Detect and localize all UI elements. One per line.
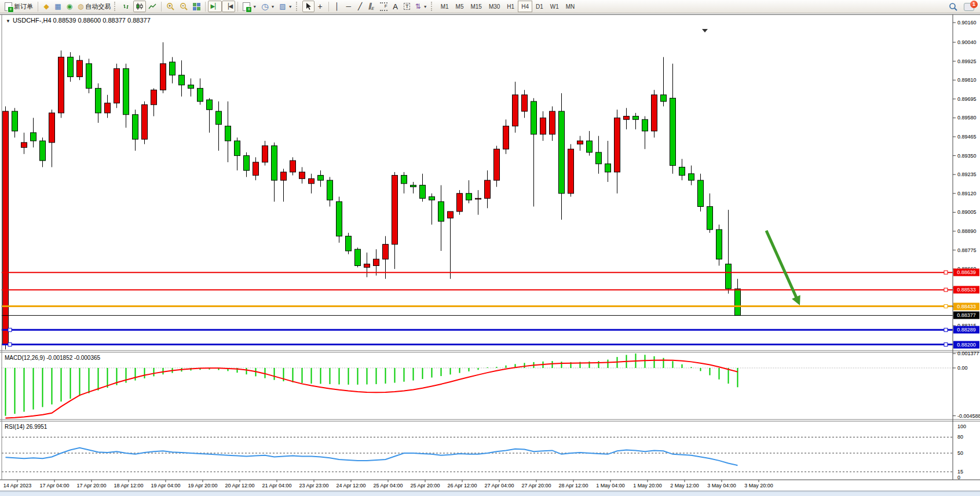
time-axis-label: 27 Apr 20:00 <box>521 483 551 488</box>
price-tick-label: 0.88775 <box>957 247 977 253</box>
candle-body-down <box>40 141 46 161</box>
candle-body-down <box>244 156 250 171</box>
periods-button[interactable]: ◷▼ <box>259 1 277 12</box>
clock-icon: ◷ <box>261 2 268 10</box>
timeframe-button-mn[interactable]: MN <box>562 1 579 12</box>
new-chart-button[interactable]: +▼ <box>240 1 259 12</box>
candle-body-up <box>652 95 657 131</box>
time-axis-label: 3 May 04:00 <box>707 483 736 488</box>
templates-button[interactable]: ▨▼ <box>277 1 294 12</box>
text-tool-button[interactable]: A <box>390 1 401 12</box>
candle-body-down <box>318 176 324 181</box>
timeframe-button-m30[interactable]: M30 <box>485 1 503 12</box>
tile-windows-icon <box>193 3 200 10</box>
zoom-in-button[interactable] <box>164 1 177 12</box>
rsi-tick-label: 0 <box>957 475 960 480</box>
search-icon[interactable] <box>949 2 958 12</box>
chart-canvas[interactable] <box>0 13 980 496</box>
timeframe-button-h1[interactable]: H1 <box>503 1 518 12</box>
chart-shift-button[interactable]: ▕◀ <box>222 1 235 12</box>
zoom-in-icon <box>166 2 175 11</box>
vertical-line-tool-button[interactable]: │ <box>331 1 343 12</box>
line-handle[interactable] <box>944 328 948 331</box>
text-label-icon: T <box>404 3 411 10</box>
candle-body-up <box>49 113 55 143</box>
bar-chart-button[interactable] <box>120 1 133 12</box>
notification-badge: 1 <box>970 1 978 8</box>
zoom-out-icon <box>180 2 188 11</box>
candle-body-down <box>420 185 426 199</box>
template-icon: ▨ <box>279 3 286 10</box>
candle-body-down <box>216 111 222 125</box>
price-tick-label: 0.89810 <box>957 77 977 83</box>
time-axis-label: 17 Apr 04:00 <box>39 483 69 488</box>
channel-tool-button[interactable]: ∥E <box>366 1 378 12</box>
favorites-button[interactable]: ◆ <box>41 1 52 12</box>
chat-icon[interactable]: 1 <box>964 3 974 11</box>
timeframe-button-m5[interactable]: M5 <box>452 1 467 12</box>
candle-body-up <box>503 126 509 149</box>
price-tick-label: 0.89235 <box>957 172 977 177</box>
auto-trading-button[interactable]: ◍ 自动交易 <box>75 1 113 12</box>
candle-body-up <box>494 149 500 180</box>
price-tick-label: 0.89695 <box>957 96 977 102</box>
time-axis-label: 1 May 04:00 <box>596 483 625 488</box>
new-order-button[interactable]: + 新订单 <box>2 1 35 12</box>
timeframe-button-m15[interactable]: M15 <box>467 1 485 12</box>
main-toolbar: + 新订单 ◆ ▦ ◉ ◍ 自动交易 ▶▏ ▕◀ +▼ <box>0 0 980 13</box>
rsi-line <box>6 448 738 465</box>
candle-body-down <box>346 236 352 251</box>
timeframe-button-h4[interactable]: H4 <box>518 1 532 12</box>
crosshair-tool-button[interactable]: + <box>315 1 326 12</box>
line-chart-button[interactable] <box>146 1 159 12</box>
time-axis-label: 27 Apr 04:00 <box>484 483 514 488</box>
arrows-tool-button[interactable]: ⇅▼ <box>413 1 430 12</box>
candle-body-down <box>559 111 565 194</box>
candle-body-down <box>605 164 611 172</box>
candle-body-up <box>253 162 259 176</box>
tile-windows-button[interactable] <box>191 1 203 12</box>
fibonacci-tool-button[interactable]: F <box>378 1 390 12</box>
chart-window[interactable]: ▼USDCHF-,H4 0.88539 0.88600 0.88377 0.88… <box>0 13 980 496</box>
favorites-icon: ◆ <box>43 3 49 10</box>
candle-body-up <box>105 103 111 113</box>
line-handle[interactable] <box>944 343 948 347</box>
candle-body-up <box>3 111 9 345</box>
macd-tick-label: -0.004588 <box>957 413 980 419</box>
candle-body-up <box>58 57 64 113</box>
candle-body-down <box>337 202 342 236</box>
candle-body-down <box>170 62 175 75</box>
price-tick-label: 0.89005 <box>957 209 977 215</box>
timeframe-button-m1[interactable]: M1 <box>437 1 452 12</box>
auto-scroll-button[interactable]: ▶▏ <box>208 1 221 12</box>
line-handle[interactable] <box>8 343 12 347</box>
price-tick-label: 0.90160 <box>957 20 977 25</box>
timeframe-button-d1[interactable]: D1 <box>532 1 547 12</box>
line-handle[interactable] <box>8 328 12 331</box>
candle-body-up <box>142 105 148 140</box>
horizontal-line-tool-button[interactable]: ─ <box>343 1 354 12</box>
chart-shift-marker[interactable] <box>702 29 708 32</box>
cursor-tool-button[interactable] <box>302 1 315 12</box>
candlestick-chart-button[interactable] <box>133 1 146 12</box>
rsi-tick-label: 80 <box>957 434 963 440</box>
candle-body-up <box>568 149 574 194</box>
trendline-tool-button[interactable]: ╱ <box>354 1 366 12</box>
new-order-label: 新订单 <box>14 2 33 11</box>
macd-tick-label: 0.001377 <box>957 351 979 356</box>
line-handle[interactable] <box>944 288 948 291</box>
candle-body-down <box>68 57 74 77</box>
line-handle[interactable] <box>944 271 948 274</box>
candle-body-down <box>401 176 407 184</box>
market-watch-button[interactable]: ▦ <box>52 1 64 12</box>
price-line-label: 0.88639 <box>953 269 979 276</box>
vertical-line-icon: │ <box>335 3 339 10</box>
candle-body-down <box>96 88 101 113</box>
line-handle[interactable] <box>944 305 948 308</box>
timeframe-button-w1[interactable]: W1 <box>547 1 562 12</box>
text-label-tool-button[interactable]: T <box>401 1 413 12</box>
chart-expand-icon[interactable]: ▼ <box>6 19 10 24</box>
toolbar-separator <box>328 2 329 12</box>
navigator-button[interactable]: ◉ <box>64 1 75 12</box>
candle-body-up <box>77 60 83 76</box>
